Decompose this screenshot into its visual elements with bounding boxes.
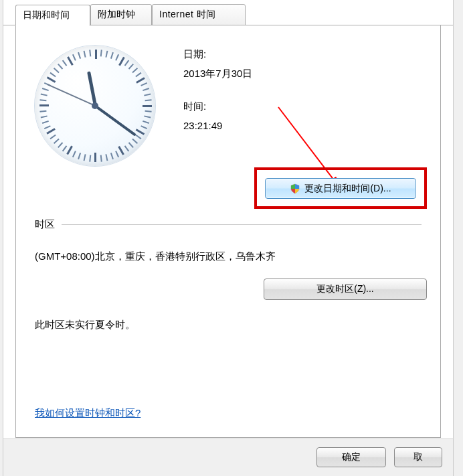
help-link[interactable]: 我如何设置时钟和时区? (35, 407, 141, 420)
tab-strip: 日期和时间 附加时钟 Internet 时间 (3, 4, 453, 25)
change-date-time-button[interactable]: 更改日期和时间(D)... (265, 178, 416, 199)
date-label: 日期: (183, 48, 252, 61)
ok-button[interactable]: 确定 (316, 447, 386, 467)
analog-clock (35, 46, 155, 166)
clock-section: 日期: 2013年7月30日 时间: 23:21:49 (35, 46, 422, 166)
time-label: 时间: (183, 100, 252, 113)
time-value: 23:21:49 (183, 120, 252, 131)
clock-center-dot (92, 102, 98, 109)
date-value: 2013年7月30日 (183, 68, 252, 80)
tab-additional-clocks[interactable]: 附加时钟 (90, 4, 152, 25)
tab-content-date-and-time: 日期: 2013年7月30日 时间: 23:21:49 (15, 25, 441, 438)
change-timezone-button[interactable]: 更改时区(Z)... (264, 279, 427, 300)
tab-internet-time[interactable]: Internet 时间 (152, 4, 246, 25)
tab-date-and-time[interactable]: 日期和时间 (15, 5, 90, 26)
annotation-highlight-box: 更改日期和时间(D)... (254, 167, 427, 209)
change-date-time-label: 更改日期和时间(D)... (304, 183, 391, 195)
timezone-value: (GMT+08:00)北京，重庆，香港特别行政区，乌鲁木齐 (35, 250, 276, 263)
divider-line (62, 224, 422, 225)
dialog-button-bar: 确定 取 (3, 439, 454, 476)
datetime-settings-window: 日期和时间 附加时钟 Internet 时间 日期: 2013年7月30日 时间… (3, 0, 454, 476)
datetime-text-block: 日期: 2013年7月30日 时间: 23:21:49 (183, 46, 252, 151)
cancel-button[interactable]: 取 (394, 447, 442, 467)
dst-info-text: 此时区未实行夏令时。 (35, 319, 135, 331)
timezone-header-label: 时区 (35, 218, 55, 231)
uac-shield-icon (290, 183, 300, 194)
timezone-section-header: 时区 (35, 218, 422, 231)
